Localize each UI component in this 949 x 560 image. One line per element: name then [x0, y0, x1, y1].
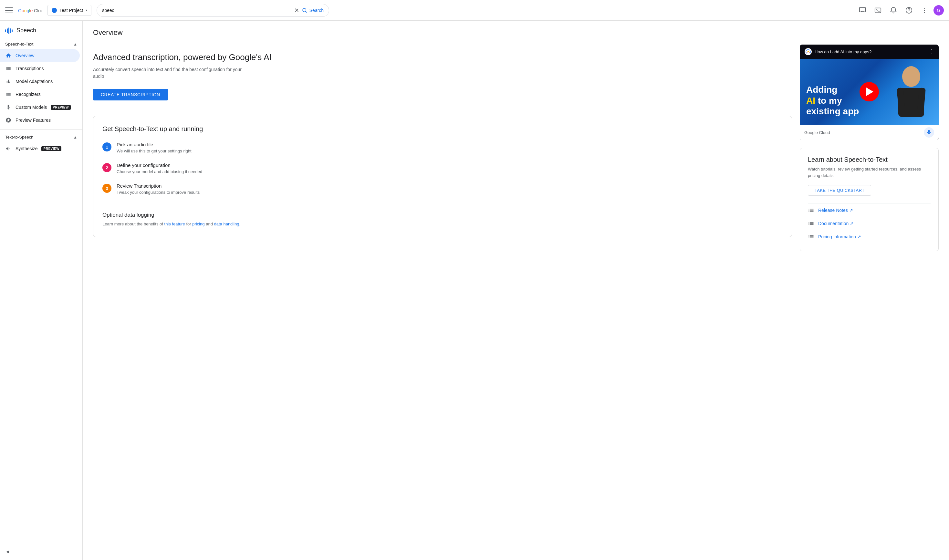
- text-to-speech-section[interactable]: Text-to-Speech ▲: [0, 132, 82, 142]
- video-header-left: How do I add AI into my apps?: [804, 48, 872, 55]
- step-1-title: Pick an audio file: [117, 142, 192, 147]
- video-person: [890, 65, 932, 117]
- hamburger-menu[interactable]: [5, 6, 13, 14]
- sidebar-item-custom-models[interactable]: Custom Models PREVIEW: [0, 101, 80, 114]
- tts-section-collapse-icon: ▲: [73, 135, 77, 140]
- step-2: 2 Define your configuration Choose your …: [102, 162, 783, 174]
- feedback-button[interactable]: [856, 4, 869, 17]
- sidebar-item-overview[interactable]: Overview: [0, 49, 80, 62]
- custom-models-icon: [5, 104, 12, 111]
- recognizers-label: Recognizers: [15, 92, 41, 97]
- svg-line-2: [306, 11, 306, 12]
- video-header-title: How do I add AI into my apps?: [815, 49, 872, 54]
- pricing-information-link[interactable]: Pricing Information ↗: [818, 234, 861, 239]
- clear-search-button[interactable]: ✕: [294, 7, 299, 14]
- custom-models-label: Custom Models: [15, 105, 47, 110]
- documentation-link[interactable]: Documentation ↗: [818, 221, 854, 226]
- synthesize-label: Synthesize: [15, 146, 37, 151]
- hero-section: Advanced transcription, powered by Googl…: [93, 45, 792, 108]
- this-feature-link[interactable]: this feature: [165, 222, 185, 226]
- learn-desc: Watch tutorials, review getting started …: [808, 166, 931, 178]
- sidebar-app-header: Speech: [0, 23, 82, 39]
- video-ai-text: AI: [806, 95, 815, 106]
- step-1-content: Pick an audio file We will use this to g…: [117, 142, 192, 154]
- project-selector[interactable]: Test Project ▾: [48, 5, 91, 16]
- create-transcription-button[interactable]: CREATE TRANSCRIPTION: [93, 89, 168, 100]
- google-cloud-logo[interactable]: Google Cloud: [18, 6, 42, 14]
- optional-title: Optional data logging: [102, 212, 783, 218]
- release-notes-link[interactable]: Release Notes ↗: [818, 208, 853, 213]
- video-more-icon[interactable]: ⋮: [928, 48, 934, 55]
- step-3-desc: Tweak your configurations to improve res…: [117, 190, 200, 195]
- video-thumbnail[interactable]: How do I add AI into my apps? ⋮ Adding A…: [800, 45, 939, 140]
- step-1-desc: We will use this to get your settings ri…: [117, 149, 192, 154]
- sidebar-item-model-adaptations[interactable]: Model Adaptations: [0, 75, 80, 88]
- search-button[interactable]: Search: [302, 8, 324, 13]
- sidebar-item-preview-features[interactable]: Preview Features: [0, 114, 80, 126]
- model-adaptations-label: Model Adaptations: [15, 79, 53, 84]
- documentation-item: Documentation ↗: [808, 217, 931, 230]
- video-body: Adding AI to my existing app: [800, 59, 939, 125]
- optional-desc-text: Learn more about the benefits of: [102, 222, 163, 226]
- video-text: Adding AI to my existing app: [806, 84, 859, 117]
- video-mic-icon: [924, 127, 934, 138]
- optional-for-text: for: [186, 222, 192, 226]
- project-name: Test Project: [60, 8, 83, 13]
- hero-title: Advanced transcription, powered by Googl…: [93, 52, 792, 62]
- recognizers-icon: [5, 91, 12, 97]
- main-content: Overview Advanced transcription, powered…: [83, 21, 949, 560]
- pricing-link[interactable]: pricing: [192, 222, 205, 226]
- right-column: How do I add AI into my apps? ⋮ Adding A…: [800, 45, 939, 251]
- collapse-icon: ◄: [5, 549, 10, 554]
- quickstart-button[interactable]: TAKE THE QUICKSTART: [808, 185, 871, 196]
- left-column: Advanced transcription, powered by Googl…: [93, 45, 792, 251]
- model-adaptations-icon: [5, 78, 12, 85]
- project-dot-icon: [52, 8, 57, 13]
- section-collapse-icon: ▲: [73, 42, 77, 46]
- more-options-button[interactable]: [918, 4, 931, 17]
- content-grid: Advanced transcription, powered by Googl…: [93, 45, 939, 251]
- notifications-button[interactable]: [887, 4, 900, 17]
- data-handling-link[interactable]: data handling.: [214, 222, 241, 226]
- release-notes-doc-icon: [808, 207, 814, 214]
- overview-label: Overview: [15, 53, 34, 58]
- help-button[interactable]: [903, 4, 915, 17]
- search-input[interactable]: [102, 8, 294, 13]
- optional-section: Optional data logging Learn more about t…: [102, 204, 783, 228]
- step-2-desc: Choose your model and add biasing if nee…: [117, 169, 202, 174]
- sidebar-item-transcriptions[interactable]: Transcriptions: [0, 62, 80, 75]
- google-cloud-logo-video: [804, 48, 812, 55]
- play-button[interactable]: [860, 82, 879, 102]
- getting-started-card: Get Speech-to-Text up and running 1 Pick…: [93, 116, 792, 237]
- learn-title: Learn about Speech-to-Text: [808, 156, 931, 163]
- synthesize-preview-badge: PREVIEW: [42, 146, 62, 151]
- user-avatar[interactable]: G: [934, 5, 944, 15]
- svg-point-6: [924, 8, 925, 9]
- app-body: Speech Speech-to-Text ▲ Overview Transcr…: [0, 21, 949, 560]
- transcriptions-label: Transcriptions: [15, 66, 44, 71]
- search-bar: ✕ Search: [97, 4, 329, 17]
- learn-card: Learn about Speech-to-Text Watch tutoria…: [800, 148, 939, 251]
- top-nav: Google Cloud Test Project ▾ ✕ Search: [0, 0, 949, 21]
- sidebar-collapse-button[interactable]: ◄: [0, 546, 82, 557]
- step-2-number: 2: [102, 163, 111, 172]
- page-title: Overview: [93, 28, 939, 37]
- search-icon: [302, 8, 308, 13]
- svg-text:Google
         Cloud: Google Cloud: [18, 8, 42, 13]
- sidebar-item-synthesize[interactable]: Synthesize PREVIEW: [0, 142, 80, 155]
- custom-models-preview-badge: PREVIEW: [51, 105, 71, 110]
- preview-features-icon: [5, 117, 12, 123]
- step-2-title: Define your configuration: [117, 162, 202, 168]
- svg-rect-4: [875, 8, 881, 12]
- release-notes-item: Release Notes ↗: [808, 203, 931, 217]
- getting-started-title: Get Speech-to-Text up and running: [102, 125, 783, 133]
- cloud-shell-button[interactable]: [872, 4, 884, 17]
- transcriptions-icon: [5, 65, 12, 72]
- text-to-speech-label: Text-to-Speech: [5, 135, 33, 140]
- sidebar-item-recognizers[interactable]: Recognizers: [0, 88, 80, 101]
- speech-waveform-icon: [5, 28, 12, 34]
- step-3-number: 3: [102, 184, 111, 193]
- step-3-content: Review Transcription Tweak your configur…: [117, 183, 200, 195]
- documentation-doc-icon: [808, 220, 814, 227]
- speech-to-text-section[interactable]: Speech-to-Text ▲: [0, 39, 82, 49]
